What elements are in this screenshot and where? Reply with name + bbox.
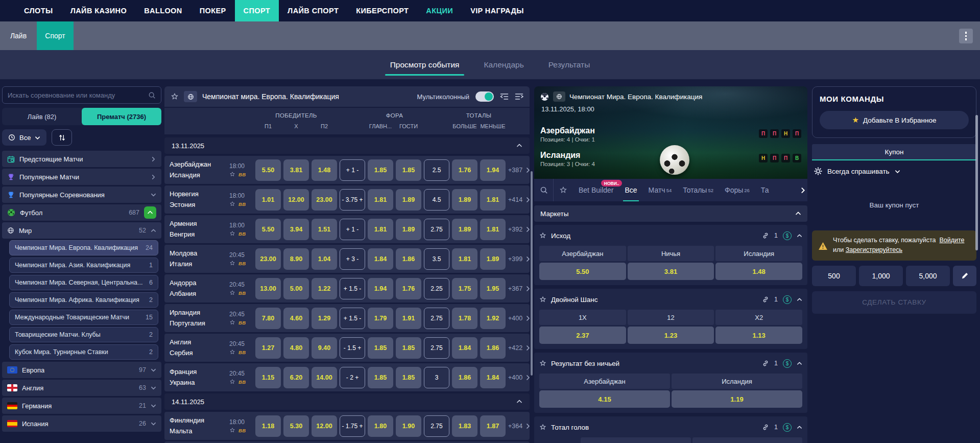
- odds-button[interactable]: 1.84: [368, 248, 393, 270]
- chevron-right-icon[interactable]: [525, 423, 530, 429]
- odds-button[interactable]: 5.50: [255, 159, 281, 181]
- event-row[interactable]: ИрландияПортугалия 20:45 BB 7.804.601.29…: [164, 304, 530, 332]
- odds-button[interactable]: 1.01: [255, 189, 281, 211]
- login-link[interactable]: Войдите: [939, 237, 964, 244]
- expand-columns-icon[interactable]: [515, 93, 523, 100]
- odds-button[interactable]: - 1.75 +: [340, 415, 365, 437]
- sidebar-item-world[interactable]: Мир 52: [2, 222, 161, 239]
- odds-button[interactable]: 1.89: [452, 189, 477, 211]
- odds-button[interactable]: 4.5: [424, 189, 449, 211]
- event-row[interactable]: АнглияСербия 20:45 BB 1.274.809.40 - 1.5…: [164, 334, 530, 362]
- kebab-menu-button[interactable]: [959, 29, 973, 43]
- odds-button[interactable]: 1.84: [480, 367, 506, 388]
- odds-button[interactable]: - 1.5 +: [340, 337, 365, 359]
- odds-button[interactable]: 1.92: [480, 308, 506, 329]
- top-nav-item[interactable]: АКЦИИ: [417, 0, 462, 21]
- sidebar-country-item[interactable]: Европа 97: [2, 362, 161, 378]
- stake-preset-button[interactable]: 1,000: [859, 266, 903, 286]
- edit-stakes-button[interactable]: [953, 266, 976, 286]
- chevron-up-icon[interactable]: [797, 425, 802, 430]
- odds-button[interactable]: 1.19: [672, 390, 802, 408]
- sidebar-league-item[interactable]: Кубок Мира. Турнирные Ставки 2: [9, 344, 158, 360]
- star-icon[interactable]: [229, 260, 235, 266]
- odds-button[interactable]: 6.20: [283, 367, 309, 388]
- event-row[interactable]: НорвегияЭстония 18:00 BB 1.0112.0023.00 …: [164, 185, 530, 214]
- top-nav-item[interactable]: СЛОТЫ: [15, 0, 62, 21]
- link-icon[interactable]: [762, 232, 769, 239]
- page-tab[interactable]: Просмотр события: [388, 50, 462, 79]
- odds-button[interactable]: 1.85: [368, 159, 393, 181]
- collapse-columns-icon[interactable]: [500, 93, 509, 100]
- odds-button[interactable]: 1.13: [715, 327, 802, 344]
- odds-button[interactable]: 1.76: [452, 159, 477, 181]
- event-row[interactable]: ФинляндияМальта 18:00 BB 1.185.3012.00 -…: [164, 412, 530, 440]
- top-nav-item[interactable]: ЛАЙВ КАЗИНО: [62, 0, 136, 21]
- star-icon[interactable]: [229, 290, 235, 296]
- odds-button[interactable]: 1.75: [452, 278, 477, 299]
- odds-button[interactable]: 12.00: [312, 415, 337, 437]
- odds-button[interactable]: 3.5: [424, 248, 449, 270]
- ask-mode-dropdown[interactable]: Всегда спрашивать: [812, 160, 976, 182]
- sidebar-league-item[interactable]: Чемпионат Мира. Европа. Квалификация 24: [9, 240, 158, 255]
- odds-button[interactable]: 1.89: [480, 248, 506, 270]
- sidebar-league-item[interactable]: Чемпионат Мира. Африка. Квалификация 2: [9, 292, 158, 308]
- odds-button[interactable]: 2.75: [424, 415, 449, 437]
- chevron-right-icon[interactable]: [525, 375, 530, 381]
- odds-button[interactable]: 1.86: [452, 367, 477, 388]
- link-icon[interactable]: [762, 424, 769, 431]
- date-group-header[interactable]: 13.11.2025: [164, 137, 530, 154]
- detail-tab[interactable]: Все: [619, 179, 642, 201]
- dollar-icon[interactable]: $: [783, 423, 792, 432]
- odds-button[interactable]: 5.00: [283, 278, 309, 299]
- odds-button[interactable]: 1.79: [368, 308, 393, 329]
- top-nav-item[interactable]: СПОРТ: [235, 0, 279, 21]
- page-tab[interactable]: Результаты: [546, 50, 592, 79]
- odds-button[interactable]: 1.91: [396, 308, 421, 329]
- event-row[interactable]: МолдоваИталия 20:45 BB 23.008.901.04 + 3…: [164, 245, 530, 273]
- odds-button[interactable]: 1.94: [480, 159, 506, 181]
- top-nav-item[interactable]: ПОКЕР: [191, 0, 235, 21]
- odds-button[interactable]: 1.76: [396, 278, 421, 299]
- odds-button[interactable]: 1.86: [480, 337, 506, 359]
- top-nav-item[interactable]: ЛАЙВ СПОРТ: [279, 0, 347, 21]
- chevron-right-icon[interactable]: [525, 256, 530, 262]
- odds-button[interactable]: 5.50: [255, 219, 281, 240]
- odds-button[interactable]: 1.85: [368, 337, 393, 359]
- odds-button[interactable]: 14.00: [312, 367, 337, 388]
- event-row[interactable]: АндорраАлбания 20:45 BB 13.005.001.22 + …: [164, 274, 530, 302]
- odds-button[interactable]: 23.00: [255, 248, 281, 270]
- dollar-icon[interactable]: $: [783, 359, 792, 368]
- page-tab[interactable]: Календарь: [482, 50, 525, 79]
- collapse-button[interactable]: [144, 206, 156, 219]
- star-icon[interactable]: [229, 379, 235, 385]
- chevron-right-icon[interactable]: [525, 226, 530, 232]
- odds-button[interactable]: 1.48: [312, 159, 337, 181]
- odds-button[interactable]: 1.22: [312, 278, 337, 299]
- odds-button[interactable]: 4.60: [283, 308, 309, 329]
- detail-tab[interactable]: Матч54: [643, 179, 678, 201]
- odds-button[interactable]: 2.75: [424, 219, 449, 240]
- sidebar-item-football[interactable]: Футбол 687: [2, 204, 161, 221]
- odds-button[interactable]: 1.18: [255, 415, 281, 437]
- stake-preset-button[interactable]: 500: [812, 266, 856, 286]
- sidebar-country-item[interactable]: Германия 21: [2, 398, 161, 414]
- odds-button[interactable]: 5.50: [539, 263, 626, 280]
- odds-button[interactable]: 3.81: [283, 159, 309, 181]
- odds-button[interactable]: 1.78: [452, 308, 477, 329]
- sidebar-country-item[interactable]: Испания 26: [2, 415, 161, 432]
- odds-button[interactable]: 1.89: [452, 219, 477, 240]
- odds-button[interactable]: 2.37: [539, 327, 626, 344]
- odds-button[interactable]: 12.00: [283, 189, 309, 211]
- star-icon[interactable]: [171, 92, 179, 101]
- star-icon[interactable]: [229, 427, 235, 433]
- chevron-right-icon[interactable]: [525, 197, 530, 203]
- event-row[interactable]: ФранцияУкраина 20:45 BB 1.156.2014.00 - …: [164, 363, 530, 391]
- odds-button[interactable]: 5.30: [283, 415, 309, 437]
- top-nav-item[interactable]: BALLOON: [135, 0, 191, 21]
- detail-tab[interactable]: Та: [755, 179, 775, 201]
- tab-live[interactable]: Лайв (82): [2, 108, 82, 125]
- star-icon[interactable]: [229, 349, 235, 355]
- odds-button[interactable]: + 1 -: [340, 219, 365, 240]
- sidebar-quick-link[interactable]: Популярные Соревнования: [2, 186, 161, 203]
- star-icon[interactable]: [539, 424, 546, 431]
